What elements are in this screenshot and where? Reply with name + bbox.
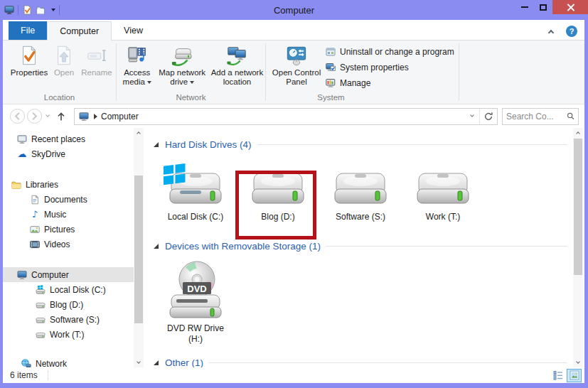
ribbon: Properties Open Rename Location: [3, 41, 584, 104]
explorer-system-icon[interactable]: [4, 5, 14, 15]
ribbon-group-system: Open Control Panel Uninstall or change a…: [267, 41, 459, 104]
navigation-pane: Recent places ☁ SkyDrive Libraries Docum…: [3, 128, 134, 367]
group-label-system: System: [203, 93, 459, 102]
uninstall-program-button[interactable]: Uninstall or change a program: [326, 45, 454, 59]
manage-button[interactable]: Manage: [326, 76, 454, 90]
drive-tile-software-s[interactable]: Software (S:): [323, 165, 398, 222]
properties-button[interactable]: Properties: [9, 43, 50, 77]
drive-tile-dvd-rw-h[interactable]: DVD DVD RW Drive (H:): [158, 261, 233, 345]
sidebar-item-blog-d[interactable]: Blog (D:): [3, 297, 134, 312]
rename-button[interactable]: Rename: [78, 43, 115, 77]
refresh-button[interactable]: [480, 109, 497, 124]
large-icons-view-button[interactable]: [567, 369, 582, 382]
scroll-down-icon[interactable]: [134, 358, 144, 367]
main-area: Recent places ☁ SkyDrive Libraries Docum…: [3, 128, 584, 367]
ribbon-group-location: Properties Open Rename Location: [3, 41, 116, 104]
drive-icon: [36, 330, 46, 340]
separator: [459, 43, 459, 101]
tab-view[interactable]: View: [112, 21, 155, 40]
add-network-location-button[interactable]: Add a network location: [209, 43, 265, 87]
sidebar-item-music[interactable]: ♪ Music: [3, 207, 134, 222]
open-control-panel-button[interactable]: Open Control Panel: [270, 43, 323, 87]
address-dropdown[interactable]: [464, 109, 480, 124]
close-button[interactable]: [552, 0, 588, 14]
refresh-icon: [483, 112, 493, 122]
access-media-icon: [127, 45, 148, 66]
details-view-button[interactable]: [550, 369, 565, 382]
sidebar-item-local-disk-c[interactable]: Local Disk (C:): [3, 282, 134, 297]
scrollbar-thumb[interactable]: [574, 139, 582, 275]
separator: [18, 5, 18, 15]
search-box[interactable]: [502, 108, 579, 125]
sidebar-item-work-t[interactable]: Work (T:): [3, 327, 134, 342]
access-media-button[interactable]: Access media: [119, 43, 156, 87]
close-icon: [567, 4, 574, 11]
group-header-other[interactable]: Other (1): [154, 356, 567, 367]
scroll-up-icon[interactable]: [134, 128, 144, 137]
breadcrumb[interactable]: Computer: [101, 112, 139, 122]
sidebar-item-skydrive[interactable]: ☁ SkyDrive: [3, 146, 134, 161]
folder-view: Hard Disk Drives (4) Local Disk (C:) Blo…: [144, 128, 573, 367]
group-label-location: Location: [3, 93, 116, 102]
scrollbar-thumb[interactable]: [134, 176, 143, 323]
sidebar-item-pictures[interactable]: Pictures: [3, 222, 134, 237]
scroll-down-icon[interactable]: [573, 358, 583, 367]
back-button[interactable]: [9, 108, 26, 125]
system-properties-button[interactable]: System properties: [326, 60, 454, 75]
search-input[interactable]: [506, 112, 567, 122]
qat-new-folder-icon[interactable]: [36, 5, 46, 15]
divider: [326, 246, 567, 247]
separator: [59, 5, 60, 15]
drive-tile-local-disk-c[interactable]: Local Disk (C:): [158, 165, 233, 222]
maximize-button[interactable]: [534, 0, 552, 14]
drive-tile-blog-d[interactable]: Blog (D:): [240, 165, 316, 222]
divider: [209, 362, 567, 363]
group-header-hard-disk-drives[interactable]: Hard Disk Drives (4): [154, 138, 567, 151]
forward-button[interactable]: [26, 108, 43, 125]
sidebar-scrollbar[interactable]: [134, 128, 144, 367]
help-icon[interactable]: ?: [566, 26, 577, 37]
sidebar-item-computer[interactable]: Computer: [3, 267, 134, 282]
up-button[interactable]: [53, 108, 70, 125]
sidebar-item-network[interactable]: Network: [3, 356, 134, 367]
titlebar: Computer: [0, 0, 588, 20]
drive-tile-work-t[interactable]: Work (T:): [405, 165, 481, 222]
tab-file[interactable]: File: [9, 21, 47, 40]
hard-drive-icon: [248, 165, 308, 209]
drive-icon: [36, 300, 46, 310]
sidebar-item-libraries[interactable]: Libraries: [3, 177, 134, 192]
content-scrollbar[interactable]: [573, 128, 583, 367]
item-count: 6 items: [3, 370, 38, 380]
collapse-ribbon-icon[interactable]: [548, 29, 554, 35]
documents-icon: [30, 195, 40, 205]
sidebar-item-recent-places[interactable]: Recent places: [3, 131, 134, 146]
libraries-folder-icon: [11, 180, 21, 190]
qat-properties-icon[interactable]: [22, 5, 32, 15]
tab-computer[interactable]: Computer: [47, 21, 112, 41]
computer-crumb-icon: [79, 112, 89, 122]
sidebar-item-videos[interactable]: Videos: [3, 237, 134, 252]
minimize-button[interactable]: [515, 0, 534, 14]
sidebar-item-documents[interactable]: Documents: [3, 192, 134, 207]
scroll-up-icon[interactable]: [573, 128, 583, 137]
uninstall-program-icon: [326, 47, 336, 57]
drive-tiles: Local Disk (C:) Blog (D:) Software (S:) …: [158, 165, 573, 222]
forward-icon: [26, 108, 43, 124]
drive-icon: [36, 315, 46, 325]
status-bar: 6 items: [3, 367, 584, 383]
sidebar-item-software-s[interactable]: Software (S:): [3, 312, 134, 327]
group-header-removable-storage[interactable]: Devices with Removable Storage (1): [154, 239, 567, 252]
separator: [48, 370, 48, 380]
videos-icon: [30, 239, 40, 249]
window-controls: [515, 0, 588, 14]
dropdown-arrow-icon: [190, 81, 194, 84]
music-note-icon: ♪: [30, 210, 40, 220]
map-network-drive-button[interactable]: Map network drive: [156, 43, 209, 87]
qat-dropdown-icon[interactable]: [51, 9, 55, 11]
map-network-drive-icon: [171, 45, 193, 66]
collapse-group-icon: [154, 360, 159, 365]
open-button[interactable]: Open: [50, 43, 78, 77]
breadcrumb-arrow-icon: [94, 114, 97, 119]
recent-locations-dropdown[interactable]: [43, 108, 53, 125]
address-input[interactable]: Computer: [74, 108, 498, 125]
